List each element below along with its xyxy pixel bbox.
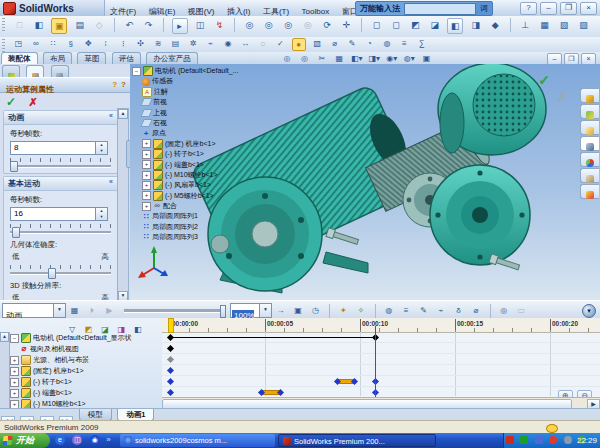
torque-icon[interactable]: ⌀ xyxy=(469,304,482,317)
playback-mode-icon[interactable]: → xyxy=(274,304,287,317)
study-type-dropdown[interactable]: 动画 ▼ xyxy=(2,303,66,318)
tree-item-circular-pattern-2[interactable]: ∷局部圆周阵列2 xyxy=(132,222,302,232)
ime-input[interactable] xyxy=(404,3,476,15)
animation-fps-slider[interactable] xyxy=(10,158,111,170)
save-animation-icon[interactable]: ▣ xyxy=(291,304,304,317)
timeline-key[interactable] xyxy=(166,367,173,374)
hud-zoom-fit-icon[interactable]: ◎ xyxy=(281,53,293,64)
mm-item-base[interactable]: +(固定) 机座b<1> xyxy=(10,365,162,376)
scroll-up-arrow[interactable]: ▲ xyxy=(118,109,128,119)
slider-thumb[interactable] xyxy=(48,268,56,279)
tab-office-products[interactable]: 办公室产品 xyxy=(146,52,198,64)
gravity-icon[interactable]: ◍ xyxy=(382,304,395,317)
normal-to-icon[interactable]: ⊥ xyxy=(518,18,532,32)
move-component-icon[interactable]: ✥ xyxy=(82,38,94,49)
bom-icon[interactable]: ▤ xyxy=(170,38,182,49)
view-palette-tab[interactable] xyxy=(580,136,599,151)
tree-item-fan-cover[interactable]: +(-) 风扇罩b<1> xyxy=(132,180,302,190)
tree-item-assembly[interactable]: −电动机 (Default<Default_... xyxy=(132,66,302,76)
start-button[interactable]: 开始 xyxy=(0,433,50,448)
close-button[interactable]: × xyxy=(580,2,597,15)
hud-hide-show-icon[interactable]: ◉▾ xyxy=(386,53,398,64)
antivirus-tray-icon[interactable] xyxy=(520,436,528,444)
file-explorer-tab[interactable] xyxy=(580,120,599,135)
play-icon[interactable]: ▶ xyxy=(103,304,116,317)
curvature-icon[interactable]: ▧ xyxy=(311,38,323,49)
expand-box[interactable]: + xyxy=(10,378,19,387)
volume-tray-icon[interactable] xyxy=(564,436,572,444)
playhead-marker[interactable] xyxy=(168,318,174,333)
basic-motion-fps-slider[interactable] xyxy=(10,224,111,236)
tree-scrollbar[interactable]: ▲ xyxy=(0,332,10,408)
mass-properties-icon[interactable]: ✎ xyxy=(346,38,358,49)
tree-item-mates[interactable]: +∞配合 xyxy=(132,201,302,211)
timeline-key[interactable] xyxy=(166,334,173,341)
assembly-xpert-icon[interactable]: ✓ xyxy=(274,38,286,49)
whats-new-help-icon[interactable]: ? xyxy=(112,80,117,89)
help-icon[interactable]: ? xyxy=(121,80,126,89)
zoom-selection-icon[interactable]: ◎ xyxy=(301,18,315,32)
explode-line-icon[interactable]: ⌁ xyxy=(204,38,216,49)
expand-box[interactable]: + xyxy=(142,202,151,211)
hud-zoom-area-icon[interactable]: ◎ xyxy=(298,53,310,64)
pan-icon[interactable]: ✛ xyxy=(340,18,354,32)
animation-fps-input[interactable] xyxy=(12,142,94,152)
expand-box[interactable]: + xyxy=(142,181,151,190)
tree-item-top-plane[interactable]: 上视 xyxy=(132,108,302,118)
show-hidden-icon[interactable]: ⁞ xyxy=(100,38,112,49)
assembly-features-icon[interactable]: ⁝ xyxy=(117,38,129,49)
calculate-icon[interactable]: ▦ xyxy=(68,304,81,317)
dropdown-arrow-icon[interactable]: ▼ xyxy=(53,304,65,317)
ok-button[interactable]: ✓ xyxy=(6,95,16,109)
clearance-icon[interactable]: ↔ xyxy=(239,38,251,49)
taskbar-item-browser[interactable]: solidworks2009cosmos m... xyxy=(120,434,275,447)
redo-icon[interactable]: ↷ xyxy=(142,18,156,32)
tab-assembly[interactable]: 装配体 xyxy=(1,52,38,64)
expand-box[interactable]: + xyxy=(142,171,151,180)
tree-item-m10-bolt[interactable]: +(-) M10螺栓b<1> xyxy=(132,170,302,180)
select-cursor-icon[interactable]: ▸ xyxy=(172,18,188,34)
hud-wireframe-icon[interactable]: ▦ xyxy=(333,53,345,64)
mm-item-rotor[interactable]: +(-) 转子b<1> xyxy=(10,376,162,387)
toolbar-grip[interactable] xyxy=(2,39,5,53)
tree-item-sensors[interactable]: 传感器 xyxy=(132,76,302,86)
appearances-tab[interactable] xyxy=(580,152,599,167)
rebuild-icon[interactable]: ↯ xyxy=(212,18,226,32)
spring-icon[interactable]: ✧ xyxy=(354,304,367,317)
tree-item-front-plane[interactable]: 前视 xyxy=(132,97,302,107)
play-from-start-icon[interactable]: ⏵ xyxy=(85,304,98,317)
delete-icon[interactable]: ◇ xyxy=(92,18,106,32)
tree-item-circular-pattern-1[interactable]: ∷局部圆周阵列1 xyxy=(132,211,302,221)
motor-icon[interactable]: ✦ xyxy=(337,304,350,317)
interference-icon[interactable]: ◉ xyxy=(222,38,234,49)
mm-item-orientation[interactable]: ⌀视向及相机视图 xyxy=(10,343,162,354)
hud-display-style-icon[interactable]: ◨▾ xyxy=(368,53,380,64)
menu-toolbox[interactable]: Toolbox xyxy=(298,5,334,16)
view-top-icon[interactable]: ◧ xyxy=(447,18,463,34)
tree-item-m5-bolt[interactable]: +(-) M5螺栓b<1> xyxy=(132,191,302,201)
collapse-chevron-icon[interactable]: « xyxy=(109,112,113,119)
hscroll-right-arrow[interactable]: ▶ xyxy=(587,399,600,408)
toolbar-grip[interactable] xyxy=(2,18,5,32)
view-right-icon[interactable]: ◪ xyxy=(428,18,442,32)
shaded-edges-icon[interactable]: ▨ xyxy=(577,18,591,32)
timeline-key[interactable] xyxy=(166,356,173,363)
motion-setup-icon[interactable]: ▭ xyxy=(515,304,528,317)
confirmation-ok-icon[interactable]: ✓ xyxy=(538,72,550,88)
zoom-inout-icon[interactable]: ◎ xyxy=(281,18,295,32)
tab-evaluate[interactable]: 评估 xyxy=(112,52,141,64)
zoom-area-icon[interactable]: ◎ xyxy=(262,18,276,32)
view-front-icon[interactable]: ◻ xyxy=(370,18,384,32)
mm-item-assembly[interactable]: −电动机 (Default<Default_显示状 xyxy=(10,332,162,343)
zoom-fit-icon[interactable]: ◎ xyxy=(242,18,256,32)
design-library-tab[interactable] xyxy=(580,104,599,119)
selection-filter-icon[interactable]: ◫ xyxy=(193,18,207,32)
linear-pattern-icon[interactable]: ∷ xyxy=(47,38,59,49)
equations-icon[interactable]: ∑ xyxy=(416,38,428,49)
timeline-key[interactable] xyxy=(166,345,173,352)
basic-motion-group-header[interactable]: 基本运动 « xyxy=(4,177,117,191)
results-icon[interactable]: ◎ xyxy=(497,304,510,317)
timeline-key[interactable] xyxy=(166,378,173,385)
sensor-icon[interactable]: ◍ xyxy=(381,38,393,49)
hscroll-thumb[interactable] xyxy=(162,399,572,408)
